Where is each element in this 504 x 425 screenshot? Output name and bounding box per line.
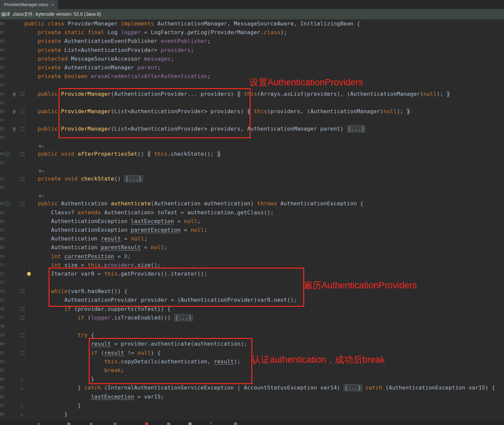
at-icon[interactable]: @ [13,125,15,133]
line-number[interactable]: 74 [0,287,4,296]
fold-icon[interactable] [20,316,24,320]
line-number[interactable]: 83 [0,366,4,375]
taskbar-icon[interactable]: ● [67,421,71,425]
fold-icon[interactable] [20,351,24,355]
code-line[interactable]: 60↑ public void afterPropertiesSet() { t… [0,150,504,158]
fold-icon[interactable] [20,334,24,337]
code-line[interactable]: 61 [0,158,504,167]
line-number[interactable]: 65 [0,208,4,217]
chevron-down-icon[interactable]: ∨ [42,145,44,148]
line-number[interactable]: 55 [0,98,4,107]
code-line[interactable]: 87 } [0,401,504,410]
line-number[interactable]: 67 [0,226,4,234]
chevron-down-icon[interactable]: ∨ [42,194,44,198]
code-line[interactable]: 47 private static final Log logger = Log… [0,28,504,37]
close-icon[interactable]: × [51,2,54,7]
code-line[interactable]: ⚙∨ [0,192,504,199]
code-line[interactable]: 50 protected MessageSourceAccessor messa… [0,55,504,63]
at-icon[interactable]: @ [13,89,15,98]
override-method-icon[interactable]: ↑ [5,201,10,206]
line-number[interactable]: 85 [0,383,4,392]
taskbar-icon[interactable]: ƒ [210,421,212,425]
line-number[interactable]: 54 [0,90,4,98]
code-line[interactable]: 70 int currentPosition = 0; [0,252,504,261]
line-number[interactable]: 80 [0,340,4,348]
code-line[interactable]: 66 AuthenticationException lastException… [0,217,504,226]
line-number[interactable]: 52 [0,72,4,81]
fold-icon[interactable] [20,177,24,181]
line-number[interactable]: 72 [0,270,4,278]
taskbar-icon[interactable]: ● [167,421,170,425]
line-number[interactable]: 51 [0,63,4,72]
code-line[interactable]: 67 AuthenticationException parentExcepti… [0,226,504,234]
code-line[interactable]: 86 lastException = var15; [0,393,504,401]
taskbar-icon[interactable]: ▪ [37,421,40,425]
line-number[interactable]: 70 [0,252,4,261]
taskbar-icon[interactable]: ● [113,421,117,425]
line-number[interactable]: 73 [0,278,4,287]
code-line[interactable]: 88 } [0,410,504,419]
gear-icon[interactable]: ⚙ [39,193,41,198]
fold-icon[interactable] [20,152,24,156]
line-number[interactable]: 50 [0,55,4,63]
gear-icon[interactable]: ⚙ [39,168,41,173]
line-number[interactable]: 68 [0,234,4,243]
fold-end-icon[interactable] [21,378,24,381]
gear-icon[interactable]: ⚙ [39,143,41,149]
line-number[interactable]: 61 [0,158,4,167]
taskbar-icon[interactable]: ● [234,421,237,425]
override-method-icon[interactable]: ↑ [5,151,10,156]
code-line[interactable]: 62 private void checkState() {...} [0,174,504,183]
line-number[interactable]: 78 [0,322,4,331]
line-number[interactable]: 84 [0,375,4,383]
line-number[interactable]: 82 [0,357,4,366]
line-number[interactable]: 87 [0,401,4,410]
taskbar-icon[interactable]: ● [188,421,192,425]
line-number[interactable]: 79 [0,331,4,340]
chevron-down-icon[interactable]: ∨ [42,169,44,173]
fold-icon[interactable] [20,110,24,113]
fold-icon[interactable] [20,290,24,293]
line-number[interactable]: 53 [0,81,4,89]
fold-end-icon[interactable] [21,404,24,407]
taskbar-icon[interactable]: ● [145,421,148,425]
code-line[interactable]: 69 Authentication parentResult = null; [0,243,504,252]
line-number[interactable]: 49 [0,46,4,55]
intention-bulb-icon[interactable] [27,272,31,276]
line-number[interactable]: 81 [0,349,4,357]
line-number[interactable]: 71 [0,261,4,270]
line-number[interactable]: 86 [0,393,4,401]
line-number[interactable] [0,142,4,150]
line-number[interactable] [0,192,4,199]
line-number[interactable]: 75 [0,296,4,304]
line-number[interactable] [0,167,4,174]
code-line[interactable]: 68 Authentication result = null; [0,234,504,243]
line-number[interactable]: 64 [0,199,4,208]
code-line[interactable]: 77 if (logger.isTraceEnabled()) {...} [0,313,504,322]
line-number[interactable]: 88 [0,410,4,419]
fold-icon[interactable] [20,92,24,96]
line-number[interactable]: 47 [0,28,4,37]
code-line[interactable]: 46public class ProviderManager implement… [0,19,504,28]
line-number[interactable]: 66 [0,217,4,226]
line-number[interactable]: 59 [0,133,4,142]
code-line[interactable]: 48 private AuthenticationEventPublisher … [0,37,504,46]
line-number[interactable]: 60 [0,150,4,158]
taskbar-icon[interactable]: ▪ [90,421,93,425]
fold-icon[interactable] [20,127,24,131]
line-number[interactable]: 58 [0,125,4,133]
fold-icon[interactable] [20,202,24,206]
line-number[interactable]: 46 [0,19,4,28]
fold-icon[interactable] [20,307,24,311]
at-icon[interactable]: @ [13,107,15,116]
code-line[interactable]: 85 } catch (InternalAuthenticationServic… [0,383,504,392]
line-number[interactable]: 57 [0,116,4,125]
line-number[interactable]: 76 [0,305,4,313]
line-number[interactable]: 48 [0,37,4,46]
fold-end-icon[interactable] [21,386,24,389]
code-line[interactable]: 78 [0,322,504,331]
tab-providermanager-class[interactable]: ProviderManager.class × [0,0,58,9]
line-number[interactable]: 69 [0,243,4,252]
code-line[interactable]: ⚙∨ [0,167,504,174]
code-line[interactable]: 64↑ public Authentication authenticate(A… [0,199,504,208]
